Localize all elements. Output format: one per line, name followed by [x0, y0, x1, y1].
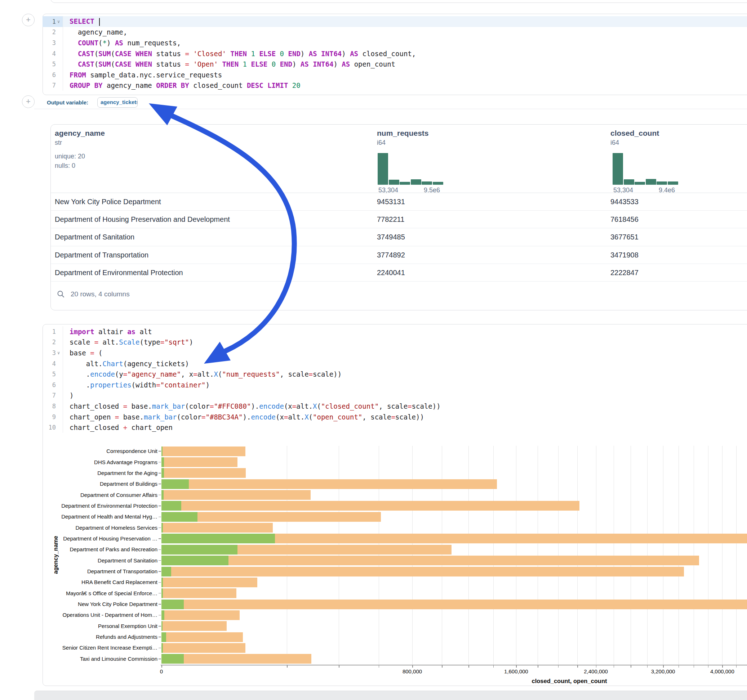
- code-line[interactable]: 1import altair as alt: [42, 326, 747, 337]
- bar-closed-count[interactable]: [162, 654, 312, 664]
- fold-chevron-icon[interactable]: ∨: [56, 19, 61, 24]
- bar-closed-count[interactable]: [162, 567, 684, 576]
- row-separator: [51, 281, 747, 282]
- table-cell[interactable]: New York City Police Department: [55, 198, 161, 206]
- code-line-text: COUNT(*) AS num_requests,: [63, 39, 181, 47]
- bar-open-count[interactable]: [162, 621, 163, 631]
- bar-closed-count[interactable]: [162, 578, 257, 587]
- search-icon[interactable]: [57, 290, 65, 298]
- code-line[interactable]: 4 CAST(SUM(CASE WHEN status = 'Closed' T…: [42, 48, 747, 59]
- bar-open-count[interactable]: [162, 490, 163, 500]
- bar-open-count[interactable]: [162, 468, 164, 478]
- line-gutter: 1: [42, 326, 63, 337]
- code-line[interactable]: 6FROM sample_data.nyc.service_requests: [42, 69, 747, 80]
- bar-closed-count[interactable]: [162, 457, 237, 467]
- table-cell[interactable]: 3774892: [377, 251, 405, 259]
- table-cell[interactable]: 3471908: [611, 251, 638, 259]
- table-cell[interactable]: 2222847: [611, 269, 638, 277]
- code-line[interactable]: 5 CAST(SUM(CASE WHEN status = 'Open' THE…: [42, 59, 747, 69]
- python-code-editor[interactable]: 1import altair as alt2scale = alt.Scale(…: [42, 326, 747, 433]
- x-axis-tick: [493, 665, 494, 668]
- fold-chevron-icon[interactable]: ∨: [56, 350, 61, 355]
- bar-closed-count[interactable]: [162, 599, 747, 609]
- bar-open-count[interactable]: [162, 643, 163, 653]
- code-line[interactable]: 7GROUP BY agency_name ORDER BY closed_co…: [42, 80, 747, 91]
- bar-closed-count[interactable]: [162, 479, 497, 489]
- x-axis-tick: [647, 665, 648, 668]
- y-axis-label: Department for the Aging: [39, 470, 157, 476]
- bar-open-count[interactable]: [162, 588, 163, 598]
- bar-open-count[interactable]: [162, 447, 163, 456]
- bar-closed-count[interactable]: [162, 621, 227, 631]
- table-cell[interactable]: 9443533: [611, 198, 638, 206]
- code-line[interactable]: 6 .properties(width="container"): [42, 380, 747, 390]
- bar-closed-count[interactable]: [162, 523, 273, 533]
- code-line[interactable]: 8chart_closed = base.mark_bar(color="#FF…: [42, 401, 747, 412]
- line-number: 9: [45, 413, 56, 421]
- table-cell[interactable]: 9453131: [377, 198, 405, 206]
- bar-open-count[interactable]: [162, 512, 198, 522]
- table-cell[interactable]: Department of Housing Preservation and D…: [55, 215, 230, 223]
- bar-open-count[interactable]: [162, 578, 163, 587]
- bar-closed-count[interactable]: [162, 490, 311, 500]
- bar-open-count[interactable]: [162, 545, 237, 555]
- code-line[interactable]: 5 .encode(y="agency_name", x=alt.X("num_…: [42, 369, 747, 380]
- bar-closed-count[interactable]: [162, 588, 236, 598]
- bar-open-count[interactable]: [162, 654, 184, 664]
- bar-open-count[interactable]: [162, 457, 164, 467]
- bar-open-count[interactable]: [162, 534, 275, 543]
- table-cell[interactable]: 7618456: [611, 215, 638, 223]
- bar-closed-count[interactable]: [162, 447, 245, 456]
- table-cell[interactable]: 7782211: [377, 215, 404, 223]
- bar-open-count[interactable]: [162, 610, 164, 620]
- histogram-bar: [656, 181, 667, 185]
- y-axis-label: Department of Consumer Affairs: [39, 492, 157, 498]
- gridline: [379, 446, 379, 665]
- bar-open-count[interactable]: [162, 556, 228, 565]
- histogram-bar: [624, 180, 634, 185]
- row-separator: [51, 228, 747, 228]
- table-cell[interactable]: 3677651: [611, 233, 638, 241]
- line-gutter: 2: [42, 27, 63, 38]
- bar-open-count[interactable]: [162, 567, 171, 576]
- code-line[interactable]: 1∨SELECT: [42, 16, 747, 27]
- line-number: 4: [45, 50, 56, 57]
- code-line[interactable]: 3∨base = (: [42, 347, 747, 358]
- bar-closed-count[interactable]: [162, 632, 243, 642]
- add-cell-button-top[interactable]: +: [22, 14, 35, 26]
- column-type: str: [55, 139, 62, 146]
- bar-closed-count[interactable]: [162, 610, 240, 620]
- x-axis-tick-label: 1,600,000: [504, 668, 528, 674]
- y-tick: [159, 637, 161, 637]
- code-line[interactable]: 9chart_open = base.mark_bar(color="#8BC3…: [42, 412, 747, 422]
- table-cell[interactable]: 3749485: [377, 233, 405, 241]
- code-line[interactable]: 3 COUNT(*) AS num_requests,: [42, 38, 747, 48]
- code-line[interactable]: 7): [42, 390, 747, 401]
- bar-open-count[interactable]: [162, 523, 163, 533]
- bar-open-count[interactable]: [162, 632, 166, 642]
- column-header-agency_name: agency_name: [55, 129, 105, 137]
- output-variable-chip[interactable]: agency_tickets: [97, 97, 138, 108]
- table-cell[interactable]: 2240041: [377, 269, 405, 277]
- sql-code-editor[interactable]: 1∨SELECT 2 agency_name,3 COUNT(*) AS num…: [42, 16, 747, 91]
- table-cell[interactable]: Department of Sanitation: [55, 233, 135, 241]
- bar-closed-count[interactable]: [162, 468, 246, 478]
- x-axis-tick: [736, 665, 737, 668]
- histogram-bar: [422, 181, 432, 185]
- code-line[interactable]: 2scale = alt.Scale(type="sqrt"): [42, 337, 747, 348]
- bar-open-count[interactable]: [162, 501, 181, 511]
- x-axis-tick-label: 2,400,000: [584, 668, 608, 674]
- add-cell-button-output[interactable]: +: [22, 95, 35, 108]
- bar-open-count[interactable]: [162, 599, 184, 609]
- bar-closed-count[interactable]: [162, 643, 245, 653]
- bar-closed-count[interactable]: [162, 501, 579, 511]
- bar-closed-count[interactable]: [162, 556, 699, 565]
- table-cell[interactable]: Department of Transportation: [55, 251, 148, 259]
- code-line[interactable]: 2 agency_name,: [42, 27, 747, 38]
- code-line[interactable]: 10chart_closed + chart_open: [42, 422, 747, 433]
- table-cell[interactable]: Department of Environmental Protection: [55, 269, 183, 277]
- bar-open-count[interactable]: [162, 479, 189, 489]
- code-line[interactable]: 4 alt.Chart(agency_tickets): [42, 358, 747, 369]
- line-gutter: 4: [42, 358, 63, 369]
- line-gutter: 7: [42, 80, 63, 91]
